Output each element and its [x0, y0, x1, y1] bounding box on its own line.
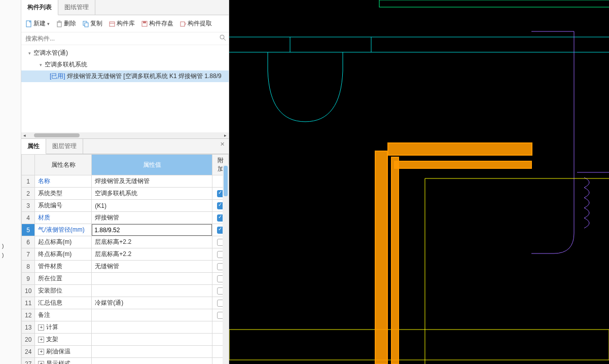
table-row[interactable]: 1名称焊接钢管及无缝钢管	[22, 175, 229, 188]
svg-rect-9	[143, 21, 146, 23]
search-row	[21, 32, 229, 45]
table-row[interactable]: 6起点标高(m)层底标高+2.2	[22, 236, 229, 248]
prop-value-cell[interactable]	[92, 358, 212, 365]
component-toolbar: 新建 ▾ 删除 复制 构件库 构件存盘	[21, 15, 229, 32]
tree-node[interactable]: ▾空调多联机系统	[21, 59, 229, 70]
grid-vertical-scrollbar[interactable]	[223, 165, 229, 364]
delete-button[interactable]: 删除	[54, 18, 78, 29]
svg-rect-10	[181, 22, 185, 26]
prop-value-cell[interactable]	[92, 224, 212, 236]
prop-name-cell[interactable]: 终点标高(m)	[35, 248, 92, 261]
top-tabs: 构件列表 图纸管理	[21, 0, 229, 15]
row-number: 8	[22, 261, 35, 273]
extract-button[interactable]: 构件提取	[177, 18, 214, 29]
prop-value-cell[interactable]: 焊接钢管	[92, 212, 212, 224]
prop-value-cell[interactable]	[92, 334, 212, 346]
table-row[interactable]: 13+计算	[22, 321, 229, 334]
prop-value-cell[interactable]: 无缝钢管	[92, 261, 212, 273]
copy-label: 复制	[90, 19, 102, 28]
prop-name-cell[interactable]: 名称	[35, 175, 92, 188]
table-row[interactable]: 3系统编号(K1)	[22, 200, 229, 212]
scroll-right-icon[interactable]: ▸	[222, 133, 229, 138]
tree-node[interactable]: ▾空调水管(通)	[21, 47, 229, 59]
table-row[interactable]: 10安装部位	[22, 285, 229, 297]
header-name[interactable]: 属性名称	[35, 155, 92, 175]
row-number: 7	[22, 248, 35, 261]
prop-value-cell[interactable]	[92, 346, 212, 358]
table-row[interactable]: 12备注	[22, 309, 229, 321]
save-button[interactable]: 构件存盘	[139, 18, 175, 29]
prop-value-input[interactable]	[92, 224, 212, 236]
prop-value-cell[interactable]	[92, 273, 212, 285]
header-value[interactable]: 属性值	[92, 155, 212, 175]
prop-name-cell[interactable]: 管件材质	[35, 261, 92, 273]
tab-drawing-mgmt[interactable]: 图纸管理	[58, 0, 95, 15]
prop-name-cell[interactable]: +刷油保温	[35, 346, 92, 358]
expand-icon[interactable]: +	[38, 324, 44, 331]
prop-value-cell[interactable]: 层底标高+2.2	[92, 236, 212, 248]
prop-value-cell[interactable]	[92, 321, 212, 334]
prop-name-cell[interactable]: 备注	[35, 309, 92, 321]
close-icon[interactable]: ✕	[216, 139, 229, 154]
side-panel: 构件列表 图纸管理 新建 ▾ 删除 复制 构件库	[21, 0, 229, 364]
expand-icon[interactable]: +	[38, 349, 44, 355]
prop-value-cell[interactable]: 冷媒管(通)	[92, 297, 212, 309]
prop-name-cell[interactable]: 系统编号	[35, 200, 92, 212]
table-row[interactable]: 5气/液侧管径(mm)	[22, 224, 229, 236]
cad-canvas[interactable]	[229, 0, 609, 364]
prop-name-cell[interactable]: +计算	[35, 321, 92, 334]
component-tree[interactable]: ▾空调水管(通) ▾空调多联机系统 [已用] 焊接钢管及无缝钢管 [空调多联机系…	[21, 45, 229, 138]
prop-name-cell[interactable]: 起点标高(m)	[35, 236, 92, 248]
row-number: 10	[22, 285, 35, 297]
lib-label: 构件库	[117, 19, 135, 28]
cad-drawing	[229, 0, 609, 364]
table-row[interactable]: 11汇总信息冷媒管(通)	[22, 297, 229, 309]
svg-rect-22	[375, 151, 387, 364]
row-number: 9	[22, 273, 35, 285]
scroll-thumb[interactable]	[34, 133, 80, 137]
search-input[interactable]	[21, 32, 217, 45]
row-number: 20	[22, 334, 35, 346]
lib-button[interactable]: 构件库	[106, 18, 137, 29]
copy-button[interactable]: 复制	[80, 18, 104, 29]
expand-icon[interactable]: +	[38, 361, 44, 364]
table-row[interactable]: 27+显示样式	[22, 358, 229, 365]
tree-horizontal-scrollbar[interactable]: ◂ ▸	[21, 132, 229, 138]
prop-value-cell[interactable]: 层底标高+2.2	[92, 248, 212, 261]
prop-name-cell[interactable]: 汇总信息	[35, 297, 92, 309]
prop-name-cell[interactable]: 所在位置	[35, 273, 92, 285]
prop-name-cell[interactable]: 系统类型	[35, 188, 92, 200]
new-button[interactable]: 新建 ▾	[23, 18, 52, 29]
prop-name-cell[interactable]: 材质	[35, 212, 92, 224]
table-row[interactable]: 4材质焊接钢管	[22, 212, 229, 224]
scroll-thumb[interactable]	[224, 166, 228, 196]
expand-icon[interactable]: +	[38, 337, 44, 343]
prop-value-cell[interactable]: 焊接钢管及无缝钢管	[92, 175, 212, 188]
prop-value-cell[interactable]: 空调多联机系统	[92, 188, 212, 200]
prop-name-cell[interactable]: +支架	[35, 334, 92, 346]
tab-layer-mgmt[interactable]: 图层管理	[46, 139, 83, 154]
prop-value-cell[interactable]	[92, 285, 212, 297]
prop-name-cell[interactable]: 安装部位	[35, 285, 92, 297]
prop-value-cell[interactable]	[92, 309, 212, 321]
svg-rect-13	[379, 0, 609, 7]
search-icon	[220, 34, 226, 43]
prop-name-cell[interactable]: 气/液侧管径(mm)	[35, 224, 92, 236]
tab-properties[interactable]: 属性	[21, 139, 46, 154]
table-row[interactable]: 9所在位置	[22, 273, 229, 285]
row-number: 13	[22, 321, 35, 334]
tab-component-list[interactable]: 构件列表	[21, 0, 58, 15]
prop-value-cell[interactable]: (K1)	[92, 200, 212, 212]
table-row[interactable]: 8管件材质无缝钢管	[22, 261, 229, 273]
copy-icon	[82, 20, 89, 27]
tree-node-selected[interactable]: [已用] 焊接钢管及无缝钢管 [空调多联机系统 K1 焊接钢管 1.88/9	[21, 70, 229, 82]
table-row[interactable]: 20+支架	[22, 334, 229, 346]
scroll-left-icon[interactable]: ◂	[21, 133, 28, 138]
save-label: 构件存盘	[149, 19, 173, 28]
search-button[interactable]	[217, 32, 229, 45]
table-row[interactable]: 24+刷油保温	[22, 346, 229, 358]
lib-icon	[109, 20, 116, 27]
table-row[interactable]: 7终点标高(m)层底标高+2.2	[22, 248, 229, 261]
table-row[interactable]: 2系统类型空调多联机系统	[22, 188, 229, 200]
prop-name-cell[interactable]: +显示样式	[35, 358, 92, 365]
